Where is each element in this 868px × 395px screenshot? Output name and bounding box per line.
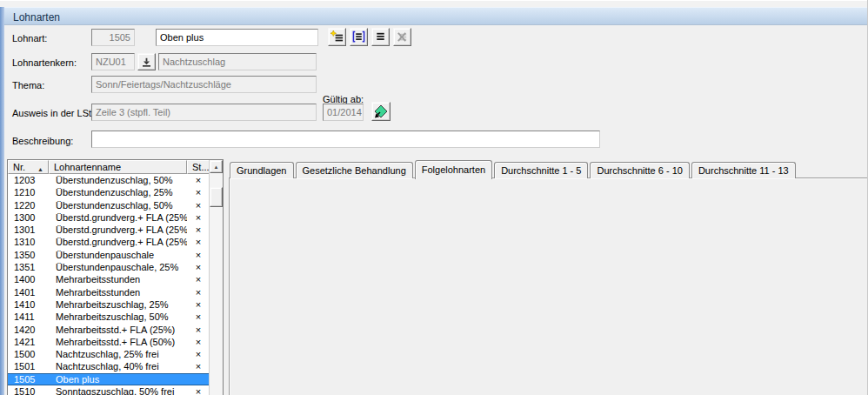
- cell: 1411: [8, 311, 48, 323]
- cell: 1350: [8, 249, 48, 261]
- tab-grundlagen[interactable]: Grundlagen: [230, 162, 294, 178]
- cell: 1400: [8, 273, 48, 285]
- lohnartenkern-code-field: NZU01: [91, 53, 135, 70]
- st-flag: ×: [187, 199, 210, 211]
- cell: 1220: [8, 199, 48, 211]
- cell: 1301: [8, 224, 48, 236]
- window-title: Lohnarten: [13, 11, 60, 23]
- st-flag: ×: [187, 348, 210, 360]
- cell: Mehrarbeitsstd.+ FLA (25%): [48, 324, 187, 336]
- list-row[interactable]: 1351Überstundenpauschale, 25%×: [8, 261, 210, 273]
- cell: 1210: [8, 186, 48, 198]
- cell: Mehrarbeitsstunden: [48, 273, 187, 285]
- cell: Überstd.grundverg.+ FLA (25%): [48, 224, 187, 236]
- lohnartenkern-label: Lohnartenkern:: [12, 57, 77, 68]
- window-top-edge: [0, 0, 868, 7]
- tab-folgelohnarten[interactable]: Folgelohnarten: [415, 160, 492, 179]
- list-row[interactable]: 1350Überstundenpauschale×: [8, 249, 210, 261]
- tab-durchschnitte-6-10[interactable]: Durchschnitte 6 - 10: [590, 162, 689, 178]
- cell: Überstundenzuschlag, 25%: [48, 186, 187, 198]
- lohnartenkern-picker-button[interactable]: [137, 53, 156, 70]
- st-flag: ×: [187, 273, 210, 285]
- copy-record-button[interactable]: [350, 28, 368, 46]
- list-row[interactable]: 1505Oben plus: [8, 373, 210, 385]
- delete-record-button: [393, 28, 411, 46]
- beschreibung-label: Beschreibung:: [12, 136, 73, 146]
- list-row[interactable]: 1410Mehrarbeitszuschlag, 25%×: [8, 298, 210, 311]
- cell: Mehrarbeitszuschlag, 25%: [48, 298, 187, 311]
- delete-record-icon: [396, 30, 409, 44]
- gueltig-ab-history-button[interactable]: [371, 102, 391, 121]
- cell: 1421: [8, 336, 48, 348]
- thema-label: Thema:: [12, 80, 44, 90]
- cell: 1505: [8, 373, 48, 385]
- list-row[interactable]: 1401Mehrarbeitsstunden×: [8, 286, 210, 298]
- list-row[interactable]: 1421Mehrarbeitsstd.+ FLA (50%)×: [8, 336, 210, 348]
- thema-field: Sonn/Feiertags/Nachtzuschläge: [91, 76, 317, 93]
- scrollbar-up-button[interactable]: ▲: [210, 160, 223, 173]
- arrow-down-to-bar-icon: [142, 57, 151, 67]
- green-diamond-icon: [374, 104, 388, 118]
- list-row[interactable]: 1220Überstundenzuschlag, 50%×: [8, 199, 210, 211]
- list-header-st[interactable]: St...: [187, 160, 210, 174]
- list-records-icon: [374, 30, 387, 44]
- st-flag: ×: [187, 311, 210, 323]
- sort-asc-icon: ▲: [37, 164, 43, 174]
- st-flag: ×: [187, 298, 210, 311]
- list-scrollbar[interactable]: ▲: [209, 160, 223, 395]
- list-row[interactable]: 1310Überstd.grundverg.+ FLA (25%)×: [8, 236, 210, 248]
- st-flag: ×: [187, 336, 210, 348]
- lohnart-name-input[interactable]: [156, 29, 318, 46]
- list-header: Nr.▲ Lohnartenname St...: [8, 160, 210, 174]
- lohnartenkern-name-field: Nachtzuschlag: [158, 53, 317, 70]
- st-flag: ×: [187, 249, 210, 261]
- cell: 1420: [8, 324, 48, 336]
- list-row[interactable]: 1400Mehrarbeitsstunden×: [8, 273, 210, 285]
- tab-durchschnitte-1-5[interactable]: Durchschnitte 1 - 5: [494, 162, 588, 178]
- list-header-nr[interactable]: Nr.▲: [8, 160, 49, 174]
- lohnarten-window: Lohnarten Lohnart: 1505 Lohnartenkern: N…: [0, 0, 868, 395]
- cell: Mehrarbeitsstd.+ FLA (50%): [48, 336, 187, 348]
- cell: 1401: [8, 286, 48, 298]
- cell: 1310: [8, 236, 48, 248]
- list-records-button[interactable]: [371, 28, 390, 46]
- tab-strip: GrundlagenGesetzliche BehandlungFolgeloh…: [230, 159, 798, 178]
- title-bar[interactable]: Lohnarten: [4, 7, 867, 25]
- list-row[interactable]: 1420Mehrarbeitsstd.+ FLA (25%)×: [8, 324, 210, 336]
- list-row[interactable]: 1411Mehrarbeitszuschlag, 50%×: [8, 311, 210, 323]
- cell: Überstundenpauschale, 25%: [48, 261, 187, 273]
- lohnart-number-field: 1505: [91, 29, 135, 46]
- cell: Überstd.grundverg.+ FLA (25%): [48, 236, 187, 248]
- tab-gesetzliche-behandlung[interactable]: Gesetzliche Behandlung: [296, 162, 413, 178]
- cell: 1203: [8, 174, 48, 186]
- list-row[interactable]: 1510Sonntagszuschlag, 50% frei×: [8, 385, 210, 395]
- st-flag: ×: [187, 174, 210, 186]
- tab-durchschnitte-11-13[interactable]: Durchschnitte 11 - 13: [691, 162, 796, 178]
- gueltig-ab-field: 01/2014: [323, 104, 364, 121]
- cell: Nachtzuschlag, 40% frei: [48, 360, 187, 372]
- cell: 1300: [8, 211, 48, 224]
- list-row[interactable]: 1500Nachtzuschlag, 25% frei×: [8, 348, 210, 360]
- copy-record-icon: [352, 30, 365, 44]
- beschreibung-input[interactable]: [91, 131, 600, 148]
- list-row[interactable]: 1301Überstd.grundverg.+ FLA (25%)×: [8, 224, 210, 236]
- scrollbar-thumb[interactable]: [210, 187, 223, 207]
- st-flag: ×: [187, 286, 210, 298]
- list-row[interactable]: 1300Überstd.grundverg.+ FLA (25%)×: [8, 211, 210, 224]
- cell: Überstd.grundverg.+ FLA (25%): [48, 211, 187, 224]
- list-row[interactable]: 1203Überstundenzuschlag, 50%×: [8, 174, 210, 186]
- st-flag: ×: [187, 385, 210, 395]
- cell: Überstundenzuschlag, 50%: [48, 174, 187, 186]
- cell: Mehrarbeitsstunden: [48, 286, 187, 298]
- new-record-icon: [331, 30, 344, 44]
- st-flag: ×: [187, 324, 210, 336]
- cell: 1500: [8, 348, 48, 360]
- list-row[interactable]: 1210Überstundenzuschlag, 25%×: [8, 186, 210, 198]
- list-header-name[interactable]: Lohnartenname: [49, 160, 187, 174]
- cell: 1351: [8, 261, 48, 273]
- st-flag: ×: [187, 211, 210, 224]
- lohnarten-list: Nr.▲ Lohnartenname St... 1203Überstunden…: [7, 159, 224, 395]
- list-row[interactable]: 1501Nachtzuschlag, 40% frei×: [8, 360, 210, 372]
- new-record-button[interactable]: [328, 28, 346, 46]
- st-flag: ×: [187, 186, 210, 198]
